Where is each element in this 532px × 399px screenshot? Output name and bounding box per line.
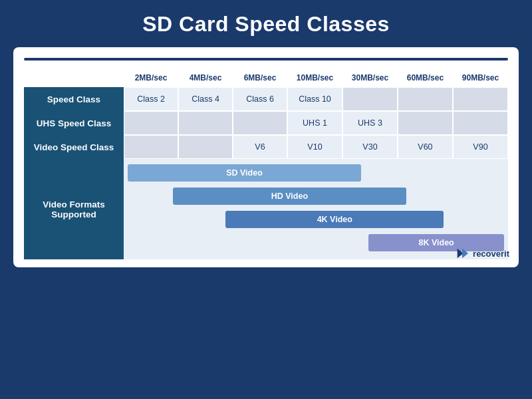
video-formats-label: Video FormatsSupported (24, 159, 124, 259)
video-formats-container: SD Video HD Video (124, 159, 508, 259)
recoverit-logo: recoverit (455, 246, 509, 261)
sd-video-bar: SD Video (128, 164, 361, 182)
speed-class-2: Class 2 (124, 87, 178, 111)
video-speed-class-label: Video Speed Class (24, 135, 124, 159)
logo-text: recoverit (473, 249, 509, 259)
hd-video-bar-row: HD Video (128, 188, 504, 207)
page-title: SD Card Speed Classes (142, 12, 390, 37)
hd-video-label: HD Video (271, 192, 308, 201)
speed-class-empty-3 (453, 87, 508, 111)
uhs-3: UHS 3 (342, 111, 398, 135)
vsc-v10: V10 (287, 135, 342, 159)
uhs-1: UHS 1 (287, 111, 342, 135)
video-speed-class-row: Video Speed Class V6 V10 V30 V60 V90 (24, 135, 508, 159)
svg-marker-1 (462, 249, 468, 259)
uhs-empty-3 (233, 111, 287, 135)
page-container: SD Card Speed Classes 2MB/sec 4MB/sec 6M… (0, 0, 532, 399)
uhs-empty-1 (124, 111, 178, 135)
speed-class-label: Speed Class (24, 87, 124, 111)
speed-class-row: Speed Class Class 2 Class 4 Class 6 Clas… (24, 87, 508, 111)
uhs-speed-class-label: UHS Speed Class (24, 111, 124, 135)
speed-class-4: Class 4 (178, 87, 233, 111)
vsc-empty-1 (124, 135, 178, 159)
4k-video-bar-row: 4K Video (128, 211, 504, 231)
top-line-decoration (24, 58, 508, 61)
8k-video-bar-row: 8K Video (128, 234, 504, 254)
8k-video-label: 8K Video (418, 238, 454, 247)
header-col-3: 6MB/sec (233, 68, 287, 87)
vsc-v30: V30 (342, 135, 398, 159)
video-formats-row: Video FormatsSupported SD Video (24, 159, 508, 259)
header-col-1: 2MB/sec (124, 68, 178, 87)
speed-class-empty-2 (398, 87, 453, 111)
header-col-5: 30MB/sec (342, 68, 398, 87)
4k-video-bar: 4K Video (225, 211, 444, 228)
uhs-empty-5 (453, 111, 508, 135)
header-col-7: 90MB/sec (453, 68, 508, 87)
4k-video-label: 4K Video (317, 215, 352, 224)
recoverit-icon (455, 246, 469, 261)
hd-spacer (128, 188, 173, 207)
card: 2MB/sec 4MB/sec 6MB/sec 10MB/sec 30MB/se… (13, 47, 519, 267)
hd-video-bar: HD Video (173, 188, 406, 205)
header-col-4: 10MB/sec (287, 68, 342, 87)
uhs-empty-4 (398, 111, 453, 135)
vsc-v90: V90 (453, 135, 508, 159)
uhs-speed-class-row: UHS Speed Class UHS 1 UHS 3 (24, 111, 508, 135)
vsc-v6: V6 (233, 135, 287, 159)
header-col-2: 4MB/sec (178, 68, 233, 87)
header-col-6: 60MB/sec (398, 68, 453, 87)
speed-table: 2MB/sec 4MB/sec 6MB/sec 10MB/sec 30MB/se… (24, 68, 508, 259)
speed-class-6: Class 6 (233, 87, 287, 111)
vsc-empty-2 (178, 135, 233, 159)
header-row: 2MB/sec 4MB/sec 6MB/sec 10MB/sec 30MB/se… (24, 68, 508, 87)
sd-video-label: SD Video (226, 168, 263, 178)
8k-spacer (128, 234, 368, 254)
4k-spacer (128, 211, 225, 231)
sd-video-bar-row: SD Video (128, 164, 504, 184)
header-label-cell (24, 68, 124, 87)
speed-class-10: Class 10 (287, 87, 342, 111)
speed-class-empty-1 (342, 87, 398, 111)
vsc-v60: V60 (398, 135, 453, 159)
uhs-empty-2 (178, 111, 233, 135)
